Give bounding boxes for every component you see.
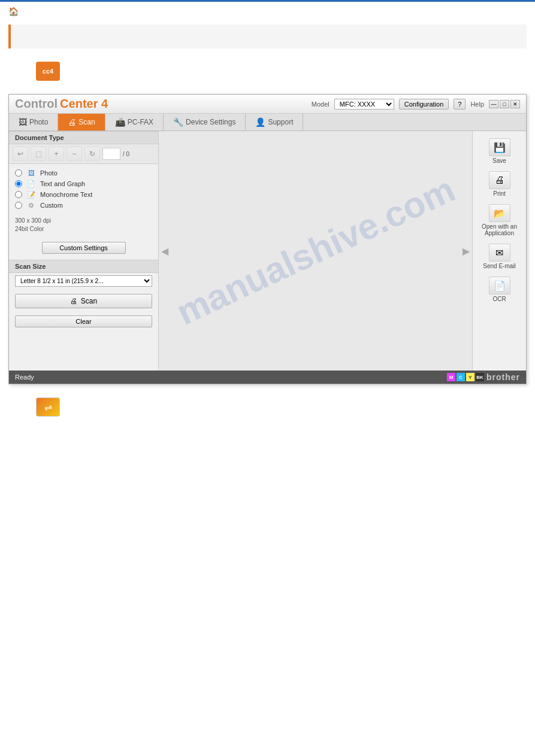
scan-size-section: Letter 8 1/2 x 11 in (215.9 x 2...: [9, 273, 158, 289]
resolution-dpi: 300 x 300 dpi: [15, 217, 152, 225]
ocr-action-label: OCR: [492, 296, 506, 302]
status-right: M C Y BK brother: [447, 372, 520, 382]
home-area: 🏠: [0, 2, 535, 21]
title-bar-left: Control Center 4: [15, 97, 108, 111]
doc-type-custom: ⚙ Custom: [15, 200, 152, 211]
support-tab-icon: 👤: [255, 117, 265, 127]
restore-button[interactable]: □: [500, 100, 509, 108]
right-panel: 💾 Save 🖨 Print 📂 Open with an Applicatio…: [472, 131, 526, 371]
minimize-button[interactable]: —: [489, 100, 498, 108]
doctype-mono-radio[interactable]: [15, 191, 22, 198]
scan-btn-label: Scan: [81, 297, 97, 305]
page-input[interactable]: [102, 148, 120, 160]
brand-center: Center 4: [60, 97, 108, 111]
pcfax-tab-label: PC-FAX: [128, 118, 153, 126]
brand-control: Control: [15, 97, 58, 111]
resolution-depth: 24bit Color: [15, 225, 152, 233]
select-button[interactable]: ⬚: [31, 147, 46, 161]
tab-support[interactable]: 👤 Support: [246, 114, 303, 130]
custom-settings-button[interactable]: Custom Settings: [42, 242, 126, 254]
scan-tab-icon: 🖨: [68, 117, 76, 127]
bottom-icon-area: ⇌: [0, 388, 535, 426]
save-action-button[interactable]: 💾 Save: [477, 136, 522, 166]
ink-indicators: M C Y BK: [447, 373, 484, 381]
window-controls: — □ ✕: [489, 100, 520, 108]
scan-size-select[interactable]: Letter 8 1/2 x 11 in (215.9 x 2...: [15, 275, 152, 287]
tab-scan[interactable]: 🖨 Scan: [58, 114, 105, 130]
scan-size-header: Scan Size: [9, 260, 158, 273]
zoom-in-button[interactable]: +: [49, 147, 64, 161]
device-tab-icon: 🔧: [173, 117, 183, 127]
help-icon-btn[interactable]: ?: [454, 99, 466, 110]
doctype-textgraph-radio[interactable]: [15, 180, 22, 187]
print-action-button[interactable]: 🖨 Print: [477, 169, 522, 199]
doc-type-header: Document Type: [9, 131, 158, 144]
support-tab-label: Support: [268, 118, 293, 126]
page-separator: / 0: [123, 151, 129, 157]
config-button[interactable]: Configuration: [399, 99, 449, 110]
send-email-action-button[interactable]: ✉ Send E-mail: [477, 241, 522, 272]
scan-btn-area: 🖨 Scan: [9, 289, 158, 313]
model-label: Model: [312, 101, 330, 108]
doctype-photo-radio[interactable]: [15, 169, 22, 177]
print-action-label: Print: [493, 190, 506, 197]
pcfax-tab-icon: 📠: [115, 117, 125, 127]
tab-device-settings[interactable]: 🔧 Device Settings: [164, 114, 246, 130]
doctype-custom-radio[interactable]: [15, 202, 22, 209]
cc4-icon-area: cc4: [0, 52, 535, 90]
open-app-action-label: Open with an Application: [479, 223, 519, 236]
doc-type-photo: 🖼 Photo: [15, 168, 152, 178]
nav-tabs: 🖼 Photo 🖨 Scan 📠 PC-FAX 🔧 Device Setting…: [9, 114, 526, 131]
cc4-icon: cc4: [36, 62, 60, 81]
photo-tab-label: Photo: [29, 118, 48, 126]
clear-button[interactable]: Clear: [15, 315, 152, 327]
help-label: Help: [470, 101, 484, 108]
tab-pcfax[interactable]: 📠 PC-FAX: [105, 114, 164, 130]
ink-y-indicator: Y: [466, 373, 474, 381]
prev-page-button[interactable]: ◀: [161, 245, 168, 257]
model-select[interactable]: MFC: XXXX: [334, 99, 394, 110]
ink-bk-indicator: BK: [476, 373, 484, 381]
undo-button[interactable]: ↩: [13, 147, 28, 161]
brother-logo: brother: [486, 372, 520, 382]
send-email-action-icon: ✉: [489, 244, 510, 262]
send-email-action-label: Send E-mail: [483, 263, 515, 269]
status-text: Ready: [15, 374, 34, 381]
close-button[interactable]: ✕: [510, 100, 520, 108]
home-icon[interactable]: 🏠: [8, 7, 19, 16]
ocr-action-button[interactable]: 📄 OCR: [477, 274, 522, 305]
doc-type-list: 🖼 Photo 📄 Text and Graph 📝 Monochrome Te…: [9, 164, 158, 214]
device-tab-label: Device Settings: [186, 118, 235, 126]
custom-settings-area: Custom Settings: [9, 236, 158, 260]
scan-button[interactable]: 🖨 Scan: [15, 294, 152, 308]
doctype-custom-label: Custom: [40, 202, 63, 209]
ink-c-indicator: C: [457, 373, 465, 381]
clear-btn-area: Clear: [9, 315, 158, 335]
left-panel: Document Type ↩ ⬚ + − ↻ / 0 🖼 Photo: [9, 131, 159, 371]
textgraph-type-icon: 📄: [26, 180, 37, 188]
photo-tab-icon: 🖼: [19, 117, 27, 127]
custom-type-icon: ⚙: [26, 201, 37, 210]
print-action-icon: 🖨: [489, 171, 510, 189]
doc-type-textgraph: 📄 Text and Graph: [15, 178, 152, 189]
app-window: Control Center 4 Model MFC: XXXX Configu…: [8, 94, 527, 384]
preview-area: manualshive.com ◀ ▶: [159, 131, 472, 371]
scan-btn-icon: 🖨: [70, 297, 77, 305]
title-bar: Control Center 4 Model MFC: XXXX Configu…: [9, 95, 526, 114]
rotate-button[interactable]: ↻: [84, 147, 100, 161]
save-action-icon: 💾: [489, 138, 510, 156]
doc-type-mono: 📝 Monochrome Text: [15, 189, 152, 200]
next-page-button[interactable]: ▶: [463, 245, 470, 257]
photo-type-icon: 🖼: [26, 169, 37, 177]
tab-photo[interactable]: 🖼 Photo: [9, 114, 58, 130]
resolution-info: 300 x 300 dpi 24bit Color: [9, 214, 158, 236]
zoom-out-button[interactable]: −: [67, 147, 82, 161]
transfer-icon-symbol: ⇌: [44, 402, 52, 413]
transfer-icon: ⇌: [36, 397, 60, 417]
doctype-mono-label: Monochrome Text: [40, 191, 92, 198]
open-app-action-button[interactable]: 📂 Open with an Application: [477, 202, 522, 239]
doctype-photo-label: Photo: [40, 169, 58, 177]
watermark-text: manualshive.com: [170, 168, 461, 333]
doctype-textgraph-label: Text and Graph: [40, 180, 85, 187]
ink-m-indicator: M: [447, 373, 455, 381]
